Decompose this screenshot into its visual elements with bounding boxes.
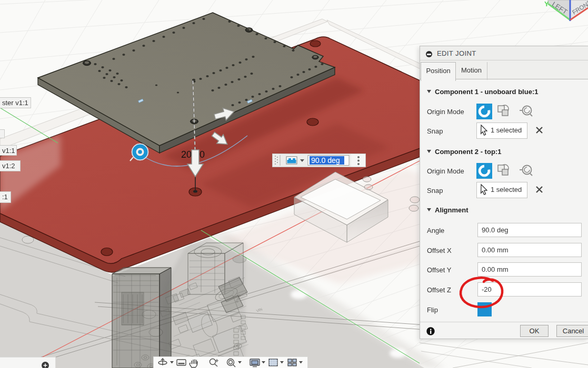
svg-text:90.0 deg: 90.0 deg	[311, 156, 340, 165]
svg-text:Y: Y	[544, 0, 549, 8]
